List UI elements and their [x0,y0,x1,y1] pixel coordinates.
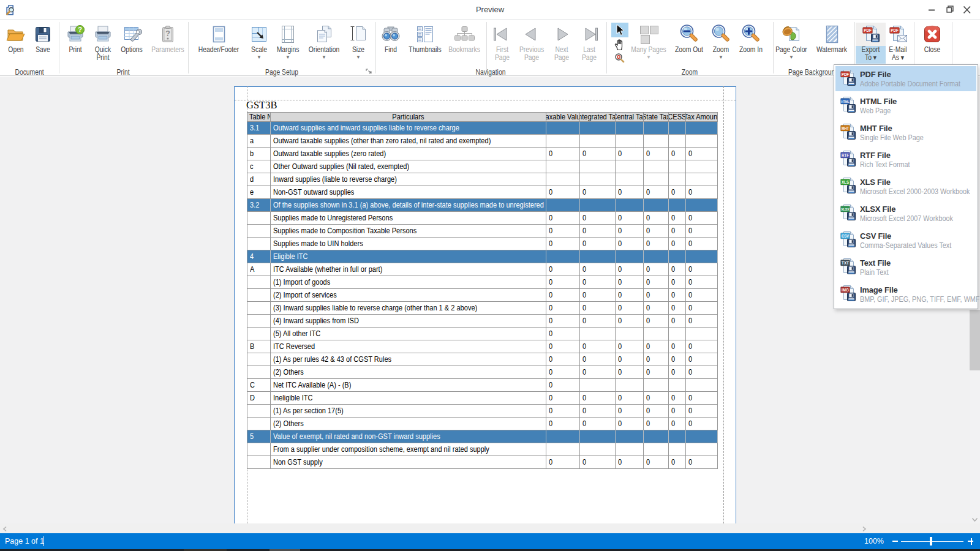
svg-text:PDF: PDF [842,72,849,77]
svg-text:PDF: PDF [891,28,899,32]
svg-text:RTF: RTF [842,153,849,157]
svg-text:XLSX: XLSX [841,208,850,211]
svg-text:?: ? [165,29,170,38]
svg-text:XLS: XLS [842,180,849,184]
svg-text:HTML: HTML [841,100,850,103]
svg-text:TXT: TXT [842,261,850,265]
svg-text:MHT: MHT [842,126,850,130]
svg-text:PDF: PDF [864,28,872,32]
svg-text:IMG: IMG [842,288,849,292]
svg-text:CSV: CSV [842,234,849,238]
